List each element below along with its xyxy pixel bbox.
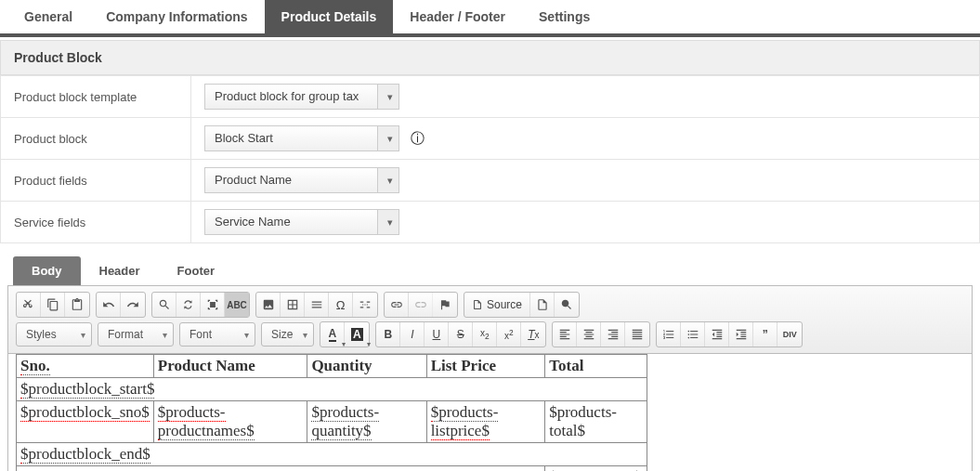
dropdown-product-block[interactable]: Block Start xyxy=(204,125,399,151)
cell-items-total-label: Items Total xyxy=(17,466,545,472)
outdent-icon[interactable] xyxy=(705,322,729,347)
unlink-icon[interactable] xyxy=(409,293,433,317)
source-icon[interactable]: Source xyxy=(464,293,530,317)
tab-settings[interactable]: Settings xyxy=(522,0,607,33)
aligncenter-icon[interactable] xyxy=(577,322,601,347)
subscript-icon[interactable]: x2 xyxy=(473,322,497,347)
info-icon[interactable]: ⓘ xyxy=(411,130,425,148)
subtab-header[interactable]: Header xyxy=(81,256,159,285)
cell-lprice: $products-listprice$ xyxy=(426,401,545,443)
tab-header-footer[interactable]: Header / Footer xyxy=(393,0,522,33)
textcolor-icon[interactable]: A xyxy=(320,322,345,347)
copy-icon[interactable] xyxy=(41,293,65,317)
tab-general[interactable]: General xyxy=(7,0,89,33)
dropdown-product-fields[interactable]: Product Name xyxy=(204,167,399,193)
div-icon[interactable]: DIV xyxy=(777,322,802,347)
orderedlist-icon[interactable] xyxy=(657,322,681,347)
label-product-block-template: Product block template xyxy=(1,76,191,118)
dropdown-service-fields[interactable]: Service Name xyxy=(204,209,399,235)
bgcolor-icon[interactable]: A xyxy=(345,322,369,347)
editor-content[interactable]: Sno. Product Name Quantity List Price To… xyxy=(8,354,972,471)
image-icon[interactable] xyxy=(256,293,281,317)
product-template-table: Sno. Product Name Quantity List Price To… xyxy=(16,354,647,471)
selectall-icon[interactable] xyxy=(201,293,225,317)
alignleft-icon[interactable] xyxy=(553,322,577,347)
superscript-icon[interactable]: x2 xyxy=(497,322,521,347)
specialchar-icon[interactable]: Ω xyxy=(329,293,353,317)
col-sno: Sno. xyxy=(17,355,154,378)
col-quantity: Quantity xyxy=(307,355,426,378)
dropdown-styles[interactable]: Styles xyxy=(16,322,92,347)
col-list-price: List Price xyxy=(426,355,545,378)
link-icon[interactable] xyxy=(385,293,409,317)
col-total: Total xyxy=(545,355,647,378)
label-product-fields: Product fields xyxy=(1,160,191,202)
form-table: Product block template Product block for… xyxy=(0,75,980,243)
horizontalrule-icon[interactable] xyxy=(305,293,329,317)
table-icon[interactable] xyxy=(281,293,305,317)
indent-icon[interactable] xyxy=(729,322,753,347)
dropdown-product-block-template[interactable]: Product block for group tax xyxy=(204,84,399,110)
cell-block-end: $productblock_end$ xyxy=(17,443,647,466)
anchor-icon[interactable] xyxy=(433,293,457,317)
subtab-body[interactable]: Body xyxy=(13,256,81,285)
main-tabs: General Company Informations Product Det… xyxy=(0,0,980,37)
cell-total: $products-total$ xyxy=(545,401,647,443)
undo-icon[interactable] xyxy=(97,293,121,317)
cell-qty: $products-quantity$ xyxy=(307,401,426,443)
subtab-footer[interactable]: Footer xyxy=(159,256,233,285)
dropdown-font[interactable]: Font xyxy=(179,322,255,347)
section-title: Product Block xyxy=(0,40,980,75)
unorderedlist-icon[interactable] xyxy=(681,322,705,347)
cell-block-start: $productblock_start$ xyxy=(17,378,647,401)
cell-pname: $products-productnames$ xyxy=(153,401,307,443)
strike-icon[interactable]: S xyxy=(449,322,473,347)
cell-subtotal: $pdt-subtotal$ xyxy=(545,466,647,472)
spellcheck-icon[interactable]: ABC xyxy=(225,293,249,317)
italic-icon[interactable]: I xyxy=(400,322,425,347)
tab-product-details[interactable]: Product Details xyxy=(265,0,394,33)
tab-company-informations[interactable]: Company Informations xyxy=(89,0,264,33)
dropdown-format[interactable]: Format xyxy=(98,322,174,347)
paste-icon[interactable] xyxy=(65,293,89,317)
editor-subtabs: Body Header Footer xyxy=(0,256,980,285)
cut-icon[interactable] xyxy=(17,293,41,317)
preview-icon[interactable] xyxy=(555,293,579,317)
col-product-name: Product Name xyxy=(153,355,307,378)
rich-text-editor: ABC Ω Source Styles Format xyxy=(7,285,973,471)
label-product-block: Product block xyxy=(1,118,191,160)
redo-icon[interactable] xyxy=(121,293,145,317)
alignright-icon[interactable] xyxy=(601,322,625,347)
label-service-fields: Service fields xyxy=(1,202,191,243)
bold-icon[interactable]: B xyxy=(376,322,400,347)
find-icon[interactable] xyxy=(152,293,176,317)
cell-sno: $productblock_sno$ xyxy=(17,401,154,443)
newpage-icon[interactable] xyxy=(530,293,555,317)
alignjustify-icon[interactable] xyxy=(625,322,649,347)
blockquote-icon[interactable]: ” xyxy=(753,322,777,347)
dropdown-size[interactable]: Size xyxy=(261,322,314,347)
removeformat-icon[interactable]: Tx xyxy=(521,322,545,347)
editor-toolbar: ABC Ω Source Styles Format xyxy=(8,286,972,354)
replace-icon[interactable] xyxy=(176,293,201,317)
underline-icon[interactable]: U xyxy=(425,322,449,347)
pagebreak-icon[interactable] xyxy=(353,293,377,317)
